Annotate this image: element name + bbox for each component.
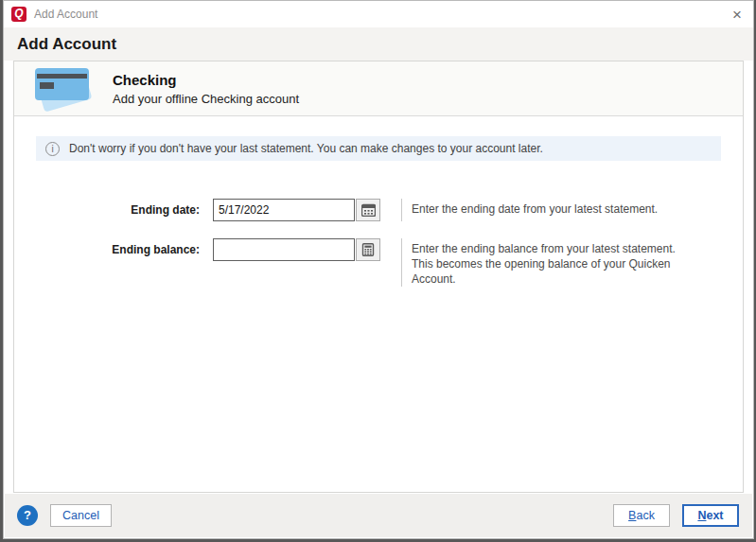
back-button[interactable]: Back	[613, 504, 670, 527]
calculator-icon	[361, 243, 375, 256]
account-type-subtitle: Add your offline Checking account	[113, 92, 299, 106]
next-button[interactable]: Next	[682, 504, 739, 527]
ending-date-row: Ending date:	[14, 199, 743, 221]
cancel-button[interactable]: Cancel	[50, 504, 112, 527]
title-bar: Q Add Account ×	[4, 1, 753, 27]
notice-text: Don't worry if you don't have your last …	[69, 142, 543, 155]
divider	[401, 199, 402, 221]
credit-card-icon	[33, 67, 94, 111]
ending-balance-help: Enter the ending balance from your lates…	[412, 238, 681, 287]
add-account-dialog: Q Add Account × Add Account Checking Add…	[3, 0, 754, 539]
content-panel: Checking Add your offline Checking accou…	[13, 61, 744, 493]
ending-balance-label: Ending balance:	[14, 238, 200, 261]
ending-balance-input[interactable]	[213, 238, 355, 261]
ending-balance-row: Ending balance:	[14, 238, 743, 287]
page-header: Add Account	[4, 27, 753, 61]
close-icon[interactable]: ×	[732, 7, 742, 23]
calculator-button[interactable]	[356, 238, 380, 261]
info-icon: i	[45, 142, 60, 156]
window-title: Add Account	[34, 8, 97, 21]
help-icon[interactable]: ?	[17, 505, 38, 526]
ending-date-label: Ending date:	[14, 199, 200, 221]
page-title: Add Account	[17, 35, 116, 54]
footer-bar: ? Cancel Back Next	[5, 494, 752, 537]
calendar-icon	[361, 203, 376, 217]
account-type-banner: Checking Add your offline Checking accou…	[14, 61, 743, 116]
quicken-logo-icon: Q	[11, 7, 26, 22]
info-notice: i Don't worry if you don't have your las…	[36, 136, 721, 161]
calendar-button[interactable]	[356, 199, 380, 221]
statement-form: Ending date:	[14, 199, 743, 287]
account-type-title: Checking	[113, 72, 299, 88]
ending-date-input[interactable]	[213, 199, 355, 221]
ending-date-help: Enter the ending date from your latest s…	[412, 199, 681, 218]
divider	[401, 238, 402, 287]
